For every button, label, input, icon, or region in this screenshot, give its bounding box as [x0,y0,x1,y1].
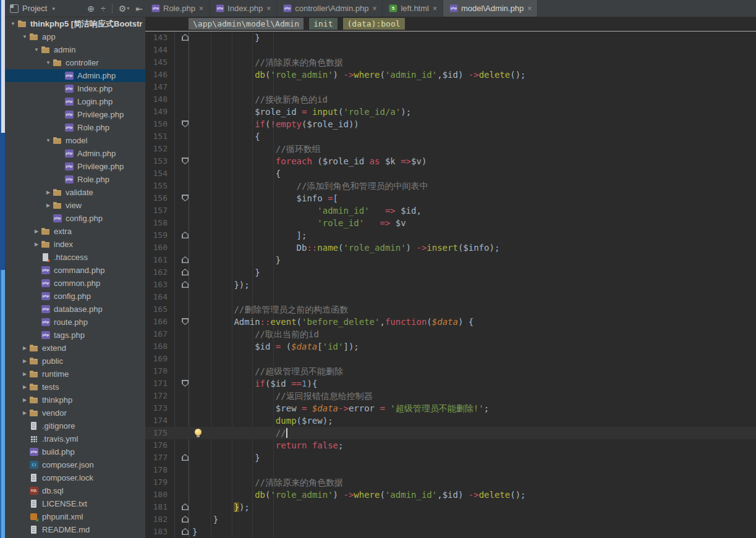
collapse-arrow-icon[interactable]: ▶ [20,384,29,390]
editor-line-152[interactable]: 152 //循环数组 [145,143,756,155]
collapse-arrow-icon[interactable]: ▶ [44,203,53,208]
editor-line-157[interactable]: 157 'admin_id' => $id, [145,204,756,217]
editor-line-174[interactable]: 174 dump($rew); [145,414,756,427]
editor-line-175[interactable]: 175 // [145,427,756,439]
editor-line-160[interactable]: 160 Db::name('role_admin') ->insert($inf… [145,242,756,254]
collapse-arrow-icon[interactable]: ▶ [20,358,29,364]
editor-line-156[interactable]: 156 $info =[ [145,192,756,204]
tree-item-role.php[interactable]: Role.php [5,121,145,134]
fold-marker-up-icon[interactable] [182,281,189,288]
tree-item-vendor[interactable]: ▶vendor [5,406,145,419]
chevron-down-icon[interactable]: ▾ [52,6,55,12]
editor-line-145[interactable]: 145 //清除原来的角色数据 [145,56,756,69]
editor-line-154[interactable]: 154 { [145,167,756,180]
fold-marker-down-icon[interactable] [182,120,189,127]
editor-line-149[interactable]: 149 $role_id = input('role_id/a'); [145,106,756,118]
tree-item-db.sql[interactable]: db.sql [5,484,145,497]
tree-item-tags.php[interactable]: tags.php [5,329,145,342]
collapse-arrow-icon[interactable]: ▶ [44,190,53,195]
breadcrumb-chip-type[interactable]: (data):bool [343,18,405,30]
tree-item-build.php[interactable]: build.php [5,445,145,458]
tree-item-admin[interactable]: ▼admin [5,43,145,56]
tree-item-thinkphp5-bootstr[interactable]: ▼thinkphp5 [简洁响应式Bootstr [5,17,145,30]
tree-item-admin.php[interactable]: Admin.php [5,147,145,160]
editor-line-178[interactable]: 178 [145,464,756,476]
close-icon[interactable]: × [527,4,532,13]
tree-item-view[interactable]: ▶view [5,199,145,212]
collapse-arrow-icon[interactable]: ▶ [20,345,29,351]
breadcrumb-chip-path[interactable]: \app\admin\model\Admin [189,18,304,30]
collapse-arrow-icon[interactable]: ▶ [32,229,41,234]
editor-line-159[interactable]: 159 ]; [145,229,756,242]
hide-panel-icon[interactable]: ⇤ [135,4,143,14]
editor-line-163[interactable]: 163 }); [145,279,756,291]
editor-line-172[interactable]: 172 //返回报错信息给控制器 [145,390,756,402]
tree-item-composer.json[interactable]: composer.json [5,458,145,471]
tree-item-route.php[interactable]: route.php [5,316,145,329]
editor-line-165[interactable]: 165 //删除管理员之前的构造函数 [145,303,756,316]
tree-item-phpunit.xml[interactable]: phpunit.xml [5,510,145,523]
breadcrumb-chip-method[interactable]: init [309,18,337,30]
tab-left.html[interactable]: left.html× [383,0,443,17]
settings-gear-icon[interactable]: ⚙▾ [112,4,130,14]
tree-item-login.php[interactable]: Login.php [5,95,145,108]
expand-arrow-icon[interactable]: ▼ [32,47,41,53]
tree-item-database.php[interactable]: database.php [5,303,145,316]
editor-line-148[interactable]: 148 //接收新角色的id [145,93,756,106]
editor-line-180[interactable]: 180 db('role_admin') ->where('admin_id',… [145,489,756,501]
close-icon[interactable]: × [199,4,203,13]
editor-line-144[interactable]: 144 [145,44,756,56]
tree-item-privilege.php[interactable]: Privilege.php [5,108,145,121]
editor-line-161[interactable]: 161 } [145,254,756,266]
tree-item-command.php[interactable]: command.php [5,264,145,277]
fold-marker-up-icon[interactable] [182,503,189,510]
expand-arrow-icon[interactable]: ▼ [20,34,29,40]
fold-marker-up-icon[interactable] [182,528,189,535]
editor-line-177[interactable]: 177 } [145,452,756,464]
tree-item-public[interactable]: ▶public [5,355,145,368]
editor-line-167[interactable]: 167 //取出当前的id [145,328,756,340]
editor-line-151[interactable]: 151 { [145,130,756,143]
fold-marker-up-icon[interactable] [182,34,189,41]
editor-line-176[interactable]: 176 return false; [145,439,756,452]
fold-marker-down-icon[interactable] [182,318,189,325]
collapse-arrow-icon[interactable]: ▶ [20,371,29,377]
editor-line-179[interactable]: 179 //清除原来的角色数据 [145,476,756,489]
editor-line-153[interactable]: 153 foreach ($role_id as $k =>$v) [145,155,756,167]
tree-item-config.php[interactable]: config.php [5,212,145,225]
tree-item-common.php[interactable]: common.php [5,277,145,290]
fold-marker-down-icon[interactable] [182,195,189,201]
intention-bulb-icon[interactable] [195,429,202,435]
tree-item-readme.md[interactable]: README.md [5,523,145,536]
fold-marker-down-icon[interactable] [182,158,189,164]
tree-item-license.txt[interactable]: LICENSE.txt [5,497,145,510]
editor-line-170[interactable]: 170 //超级管理员不能删除 [145,365,756,377]
editor-line-164[interactable]: 164 [145,291,756,303]
close-icon[interactable]: × [372,4,376,13]
locate-icon[interactable]: ⊕ [87,4,95,14]
editor-line-168[interactable]: 168 $id = ($data['id']); [145,340,756,353]
editor-line-143[interactable]: 143 } [145,32,756,44]
expand-arrow-icon[interactable]: ▼ [44,60,53,65]
close-icon[interactable]: × [266,4,271,13]
editor-line-173[interactable]: 173 $rew = $data->error = '超级管理员不能删除!'; [145,402,756,414]
tree-item-role.php[interactable]: Role.php [5,173,145,186]
editor[interactable]: 143 }144145 //清除原来的角色数据146 db('role_admi… [145,32,756,538]
collapse-arrow-icon[interactable]: ▶ [32,242,41,247]
tree-item-composer.lock[interactable]: composer.lock [5,471,145,484]
tree-item-.gitignore[interactable]: .gitignore [5,419,145,432]
tree-item-validate[interactable]: ▶validate [5,186,145,199]
tree-item-index.php[interactable]: Index.php [5,82,145,95]
fold-marker-up-icon[interactable] [182,232,189,238]
tree-item-index[interactable]: ▶index [5,238,145,251]
tree-item-extra[interactable]: ▶extra [5,225,145,238]
expand-arrow-icon[interactable]: ▼ [44,138,53,143]
tree-item-tests[interactable]: ▶tests [5,380,145,393]
fold-marker-down-icon[interactable] [182,380,189,387]
close-icon[interactable]: × [433,4,437,13]
tree-item-admin.php[interactable]: Admin.php [5,69,145,82]
fold-marker-up-icon[interactable] [182,256,189,263]
fold-marker-up-icon[interactable] [182,454,189,461]
editor-line-158[interactable]: 158 'role_id' => $v [145,217,756,229]
editor-line-166[interactable]: 166 Admin::event('before_delete',functio… [145,316,756,328]
